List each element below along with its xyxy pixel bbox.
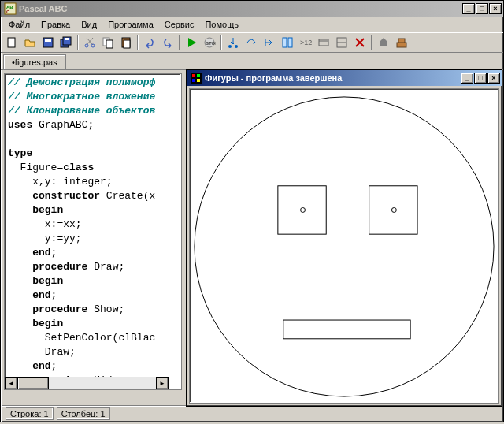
toolbar-separator <box>371 35 372 50</box>
undo-icon[interactable] <box>141 34 158 51</box>
code-kw: begin <box>8 275 63 287</box>
menu-program[interactable]: Программа <box>103 18 158 31</box>
output-close-button[interactable]: × <box>487 73 500 84</box>
code-kw: class <box>63 162 94 173</box>
svg-text:C: C <box>6 9 10 14</box>
code-kw: procedure <box>8 303 87 315</box>
code-text: y:=yy; <box>8 232 82 244</box>
code-text: x:=xx; <box>8 218 82 230</box>
svg-point-17 <box>228 45 232 48</box>
editor-horizontal-scrollbar[interactable]: ◄ ► <box>5 377 169 389</box>
output-maximize-button[interactable]: □ <box>474 73 487 84</box>
code-text: x,y: integer; <box>8 176 113 188</box>
menu-service[interactable]: Сервис <box>160 18 199 31</box>
main-close-button[interactable]: × <box>489 3 502 14</box>
compile-icon[interactable] <box>375 34 392 51</box>
svg-text:STOP: STOP <box>206 41 216 46</box>
redo-icon[interactable] <box>159 34 176 51</box>
tab-figures[interactable]: •figures.pas <box>3 54 66 69</box>
code-kw: end <box>8 247 51 258</box>
locals-icon[interactable] <box>333 34 350 51</box>
right-eye-rect <box>369 186 417 234</box>
code-text: ; <box>51 289 57 301</box>
figure-drawing <box>190 89 498 403</box>
svg-point-18 <box>235 45 238 48</box>
left-pupil-circle <box>301 207 306 212</box>
toolbar: STOP >123 <box>1 32 503 53</box>
output-window[interactable]: Фигуры - программа завершена _ □ × <box>186 69 502 407</box>
copy-icon[interactable] <box>99 34 117 51</box>
output-title: Фигуры - программа завершена <box>205 73 461 83</box>
scroll-left-icon[interactable]: ◄ <box>5 377 17 389</box>
paste-icon[interactable] <box>117 34 135 51</box>
watch-icon[interactable]: >123 <box>297 34 314 51</box>
scroll-track[interactable] <box>17 377 156 389</box>
code-text: Figure= <box>8 162 63 173</box>
menu-help[interactable]: Помощь <box>200 18 243 31</box>
cancel-icon[interactable] <box>351 34 369 51</box>
cut-icon[interactable] <box>81 34 98 51</box>
face-circle <box>195 97 494 396</box>
scroll-thumb[interactable] <box>17 377 49 389</box>
run-icon[interactable] <box>183 34 200 51</box>
code-kw: constructor <box>8 190 100 202</box>
new-file-icon[interactable] <box>3 34 20 51</box>
app-icon: ABC <box>4 2 17 15</box>
menu-edit[interactable]: Правка <box>36 18 75 31</box>
svg-rect-19 <box>283 38 287 47</box>
run-to-cursor-icon[interactable] <box>261 34 278 51</box>
stop-icon[interactable]: STOP <box>201 34 218 51</box>
windows-icon[interactable] <box>315 34 332 51</box>
code-text: Draw; <box>8 346 76 358</box>
code-kw: uses <box>8 119 32 131</box>
toolbar-separator <box>137 35 139 50</box>
main-title: Pascal ABC <box>19 4 462 13</box>
code-kw: procedure <box>8 261 87 273</box>
status-line: Строка: 1 <box>6 407 54 420</box>
svg-text:>123: >123 <box>300 39 312 46</box>
save-all-icon[interactable] <box>57 34 75 51</box>
graphics-canvas <box>189 88 499 404</box>
toolbar-separator <box>220 35 222 50</box>
main-maximize-button[interactable]: □ <box>476 3 488 14</box>
open-file-icon[interactable] <box>21 34 39 51</box>
menu-file[interactable]: Файл <box>4 18 35 31</box>
breakpoint-icon[interactable] <box>279 34 296 51</box>
menubar: Файл Правка Вид Программа Сервис Помощь <box>1 17 503 32</box>
svg-rect-8 <box>65 38 69 40</box>
code-kw: type <box>8 147 32 159</box>
output-minimize-button[interactable]: _ <box>461 73 473 84</box>
tab-bar: •figures.pas <box>1 53 503 70</box>
toolbar-separator <box>179 35 180 50</box>
svg-rect-3 <box>8 38 15 47</box>
code-kw: end <box>8 289 51 301</box>
save-icon[interactable] <box>39 34 57 51</box>
toolbar-separator <box>77 35 79 50</box>
step-into-icon[interactable] <box>224 34 242 51</box>
menu-view[interactable]: Вид <box>76 18 102 31</box>
code-text: ; <box>51 247 57 258</box>
editor-content[interactable]: // Демонстрация полиморф // Многократное… <box>5 74 181 389</box>
right-pupil-circle <box>391 207 396 212</box>
status-bar: Строка: 1 Столбец: 1 <box>2 406 502 420</box>
code-line: // Клонирование объектов <box>8 105 155 117</box>
svg-rect-31 <box>197 74 200 77</box>
svg-rect-12 <box>106 40 113 48</box>
code-line: // Многократное вложение <box>8 91 155 102</box>
svg-rect-22 <box>319 39 328 46</box>
code-kw: end <box>8 360 51 372</box>
code-editor[interactable]: // Демонстрация полиморф // Многократное… <box>4 73 182 390</box>
output-titlebar[interactable]: Фигуры - программа завершена _ □ × <box>187 70 502 86</box>
step-over-icon[interactable] <box>243 34 260 51</box>
svg-rect-5 <box>45 39 51 42</box>
svg-rect-33 <box>197 79 200 82</box>
svg-rect-20 <box>288 38 292 47</box>
output-app-icon <box>190 72 202 84</box>
main-minimize-button[interactable]: _ <box>462 3 475 14</box>
svg-rect-32 <box>192 79 195 82</box>
build-icon[interactable] <box>393 34 410 51</box>
code-text: ; <box>51 360 57 372</box>
scroll-right-icon[interactable]: ► <box>156 377 169 389</box>
code-text: GraphABC; <box>32 119 94 131</box>
main-titlebar[interactable]: ABC Pascal ABC _ □ × <box>1 1 503 17</box>
